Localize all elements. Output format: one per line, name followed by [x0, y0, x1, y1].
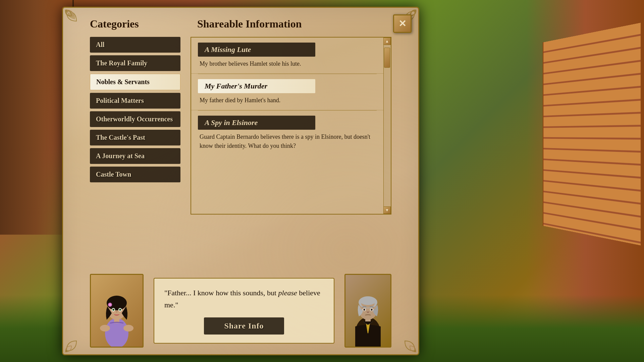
dialogue-text: "Father... I know how this sounds, but p… [164, 287, 324, 310]
dialog-panel: ✕ Categories Shareable Information All T… [62, 7, 419, 355]
dialogue-box: "Father... I know how this sounds, but p… [154, 278, 334, 343]
category-item-castles-past[interactable]: The Castle's Past [90, 130, 180, 145]
info-desc-fathers-murder: My father died by Hamlet's hand. [198, 96, 377, 105]
categories-heading: Categories [90, 18, 184, 30]
scrollbar-track: ▲ ▼ [383, 38, 391, 214]
svg-point-27 [371, 309, 373, 311]
svg-point-23 [361, 298, 375, 305]
category-item-otherworldly[interactable]: Otherworldly Occurrences [90, 111, 180, 127]
panel-bottom: "Father... I know how this sounds, but p… [63, 274, 418, 348]
male-character-portrait [344, 274, 391, 348]
close-button[interactable]: ✕ [393, 14, 412, 33]
svg-point-17 [123, 325, 133, 331]
info-items-column: A Missing Lute My brother believes Hamle… [191, 37, 391, 215]
share-info-button[interactable]: Share Info [204, 317, 284, 335]
category-item-royal-family[interactable]: The Royal Family [90, 55, 180, 71]
category-item-castle-town[interactable]: Castle Town [90, 167, 180, 182]
category-item-journey-sea[interactable]: A Journey at Sea [90, 148, 180, 164]
info-title-fathers-murder: My Father's Murder [198, 79, 315, 93]
female-character-portrait [90, 274, 144, 348]
svg-point-16 [100, 325, 110, 331]
info-item-missing-lute[interactable]: A Missing Lute My brother believes Hamle… [191, 38, 383, 74]
info-desc-spy-elsinore: Guard Captain Bernardo believes there is… [198, 132, 377, 150]
info-items-content: A Missing Lute My brother believes Hamle… [191, 38, 391, 214]
info-title-missing-lute: A Missing Lute [198, 43, 315, 57]
svg-point-26 [363, 309, 365, 311]
scrollbar-up-button[interactable]: ▲ [383, 38, 391, 45]
shareable-heading: Shareable Information [197, 18, 302, 30]
info-title-spy-elsinore: A Spy in Elsinore [198, 116, 315, 130]
panel-content: All The Royal Family Nobles & Servants P… [63, 34, 418, 218]
svg-point-3 [414, 350, 416, 352]
dialogue-text-emphasis: please [278, 289, 297, 297]
categories-column: All The Royal Family Nobles & Servants P… [90, 37, 180, 215]
svg-point-11 [119, 309, 121, 311]
svg-point-29 [372, 309, 372, 310]
svg-point-28 [364, 309, 365, 310]
male-character-svg [346, 280, 390, 347]
dialogue-text-before: "Father... I know how this sounds, but [164, 289, 278, 297]
svg-point-2 [65, 350, 67, 352]
scrollbar-down-button[interactable]: ▼ [383, 206, 391, 214]
svg-point-13 [120, 309, 121, 310]
male-portrait-frame [344, 274, 391, 348]
svg-point-10 [112, 309, 114, 311]
svg-point-15 [109, 304, 111, 306]
scrollbar-thumb[interactable] [384, 48, 390, 68]
category-item-nobles-servants[interactable]: Nobles & Servants [90, 74, 180, 90]
female-portrait-frame [90, 274, 144, 348]
info-desc-missing-lute: My brother believes Hamlet stole his lut… [198, 59, 377, 68]
category-item-political-matters[interactable]: Political Matters [90, 93, 180, 109]
category-item-all[interactable]: All [90, 37, 180, 53]
info-item-fathers-murder[interactable]: My Father's Murder My father died by Ham… [191, 74, 383, 110]
female-character-svg [95, 280, 139, 347]
bg-stairs [543, 23, 641, 245]
svg-point-12 [113, 309, 114, 310]
info-item-spy-elsinore[interactable]: A Spy in Elsinore Guard Captain Bernardo… [191, 111, 383, 156]
panel-header: Categories Shareable Information [63, 8, 418, 34]
